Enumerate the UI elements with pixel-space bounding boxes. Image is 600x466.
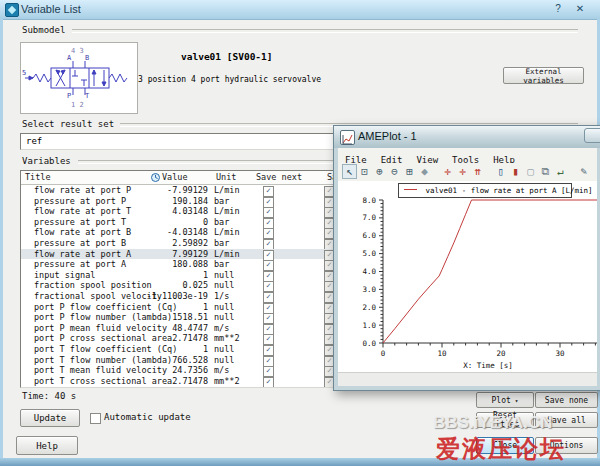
cell-unit: null bbox=[214, 355, 234, 365]
select-arrow-icon[interactable]: ↖ bbox=[342, 164, 357, 179]
submodel-description: 3 position 4 port hydraulic servovalve bbox=[138, 75, 321, 84]
chart-canvas[interactable]: 0.01.02.03.04.05.06.07.08.00102030X: Tim… bbox=[338, 181, 597, 376]
result-set-value: ref bbox=[26, 136, 42, 146]
svg-text:20: 20 bbox=[496, 349, 506, 358]
svg-text:10: 10 bbox=[437, 349, 447, 358]
overlay-window-icon[interactable]: ▢ bbox=[523, 164, 538, 179]
cell-unit: null bbox=[214, 312, 234, 322]
svg-text:4 3: 4 3 bbox=[71, 47, 84, 55]
window-title: Variable List bbox=[21, 3, 81, 15]
cell-val: 766.528 bbox=[109, 355, 208, 365]
cell-val: -4.03148 bbox=[109, 227, 208, 237]
svg-text:A: A bbox=[67, 54, 72, 62]
zoom-out-icon[interactable]: ⊖ bbox=[387, 164, 402, 179]
cell-val: 180.088 bbox=[109, 259, 208, 269]
cell-val: 2.59892 bbox=[109, 238, 208, 248]
add-marker-icon[interactable]: ✛ bbox=[440, 164, 455, 179]
svg-text:T: T bbox=[85, 92, 90, 100]
cell-unit: null bbox=[214, 302, 234, 312]
svg-text:P: P bbox=[67, 92, 71, 100]
submodel-name: valve01 [SV00-1] bbox=[181, 51, 273, 62]
cell-val: 190.184 bbox=[109, 196, 208, 206]
move-icon[interactable]: ◆ bbox=[417, 164, 432, 179]
submodel-section-label: Submodel bbox=[22, 25, 65, 35]
cell-unit: bar bbox=[214, 217, 229, 227]
cell-unit: bar bbox=[214, 238, 229, 248]
cell-unit: bar bbox=[214, 259, 229, 269]
zoom-fit-icon[interactable]: ⊞ bbox=[402, 164, 417, 179]
ameplot-window-title: AMEPlot - 1 bbox=[358, 130, 417, 142]
submodel-image: 4 3 1 2 A B P T 5 bbox=[20, 42, 138, 114]
markers-pair-icon[interactable]: ⇈ bbox=[470, 164, 485, 179]
cell-unit: 1/s bbox=[214, 291, 229, 301]
column-header-title[interactable]: Title bbox=[25, 172, 51, 182]
cell-val: 7.99129 bbox=[109, 249, 208, 259]
cell-val: 1 bbox=[109, 302, 208, 312]
variable-list-titlebar[interactable]: Variable List ? ✕ bbox=[0, 0, 600, 20]
cell-unit: bar bbox=[214, 196, 229, 206]
automatic-update-checkbox[interactable] bbox=[90, 413, 101, 424]
cell-val: -1.11003e-19 bbox=[109, 291, 208, 301]
cell-val: 0.025 bbox=[109, 280, 208, 290]
ameplot-icon bbox=[340, 130, 355, 145]
edit-plot-icon[interactable]: ✎ bbox=[576, 164, 591, 179]
cell-title: input signal bbox=[34, 270, 95, 280]
cell-unit: null bbox=[214, 270, 234, 280]
svg-text:3.0: 3.0 bbox=[362, 285, 376, 294]
help-button[interactable]: Help bbox=[16, 436, 78, 455]
cell-val: 4.03148 bbox=[109, 206, 208, 216]
plot-legend: valve01 - flow rate at port A [L/min] bbox=[398, 183, 572, 198]
legend-label: valve01 - flow rate at port A [L/min] bbox=[426, 186, 593, 195]
svg-text:0.0: 0.0 bbox=[362, 339, 376, 348]
ameplot-window: AMEPlot - 1 FileEditViewToolsHelp ↖⊡⊕⊖⊞◆… bbox=[333, 125, 600, 391]
copy-plot-icon[interactable]: ⧉ bbox=[538, 164, 553, 179]
svg-text:8.0: 8.0 bbox=[362, 196, 376, 205]
save-none-button[interactable]: Save none bbox=[535, 392, 598, 408]
window-border-left bbox=[0, 19, 3, 458]
column-header-unit[interactable]: Unit bbox=[216, 172, 236, 182]
cell-unit: L/min bbox=[214, 249, 240, 259]
automatic-update-label: Automatic update bbox=[104, 412, 191, 422]
ameplot-statusbar bbox=[338, 372, 597, 386]
ameplot-titlebar[interactable]: AMEPlot - 1 bbox=[334, 126, 600, 148]
zoom-region-icon[interactable]: ⊡ bbox=[357, 164, 372, 179]
result-set-section-label: Select result set bbox=[22, 119, 114, 129]
export-plot-icon[interactable]: ↵ bbox=[553, 164, 568, 179]
svg-text:30: 30 bbox=[555, 349, 565, 358]
plot-curve-window-icon[interactable]: ▮ bbox=[508, 164, 523, 179]
plot-menu-arrow-icon: ▾ bbox=[515, 397, 519, 404]
new-plot-window-icon[interactable]: ▯ bbox=[493, 164, 508, 179]
svg-text:2.0: 2.0 bbox=[362, 303, 376, 312]
legend-line-sample bbox=[404, 189, 417, 190]
cell-val: 2.71478 bbox=[109, 333, 208, 343]
cell-val: 1 bbox=[109, 344, 208, 354]
help-titlebar-button[interactable]: ? bbox=[549, 2, 567, 16]
svg-text:0: 0 bbox=[381, 349, 386, 358]
svg-text:6.0: 6.0 bbox=[362, 231, 376, 240]
column-header-save-next[interactable]: Save next bbox=[256, 172, 302, 182]
cell-val: 1 bbox=[109, 270, 208, 280]
external-variables-button[interactable]: External variables bbox=[503, 67, 584, 84]
save-next-checkbox[interactable]: ✓ bbox=[263, 377, 274, 388]
plot-area[interactable]: valve01 - flow rate at port A [L/min] 0.… bbox=[338, 181, 597, 372]
svg-text:5.0: 5.0 bbox=[362, 249, 376, 258]
ameplot-toolbar: ↖⊡⊕⊖⊞◆✛✛⇈▯▮▢⧉↵✎ bbox=[338, 163, 597, 182]
window-control-partial-button[interactable] bbox=[584, 128, 600, 143]
cell-val: 2.71478 bbox=[109, 376, 208, 386]
add-two-markers-icon[interactable]: ✛ bbox=[455, 164, 470, 179]
close-titlebar-button[interactable]: ✕ bbox=[571, 2, 589, 16]
column-header-value[interactable]: Value bbox=[162, 172, 188, 182]
zoom-in-icon[interactable]: ⊕ bbox=[372, 164, 387, 179]
separator-line bbox=[72, 29, 578, 33]
watermark-text: BBS.iYEYA.CN bbox=[433, 413, 552, 433]
cell-val: 1518.51 bbox=[109, 312, 208, 322]
cell-val: 0 bbox=[109, 217, 208, 227]
cell-val: -7.99129 bbox=[109, 185, 208, 195]
variables-section-label: Variables bbox=[22, 156, 71, 166]
plot-button[interactable]: Plot ▾ bbox=[476, 392, 534, 408]
cell-unit: L/min bbox=[214, 206, 240, 216]
svg-text:B: B bbox=[85, 54, 89, 62]
watermark-text-chinese: 爱液压论坛 bbox=[436, 433, 566, 465]
cell-unit: mm**2 bbox=[214, 333, 240, 343]
update-button[interactable]: Update bbox=[20, 409, 80, 427]
